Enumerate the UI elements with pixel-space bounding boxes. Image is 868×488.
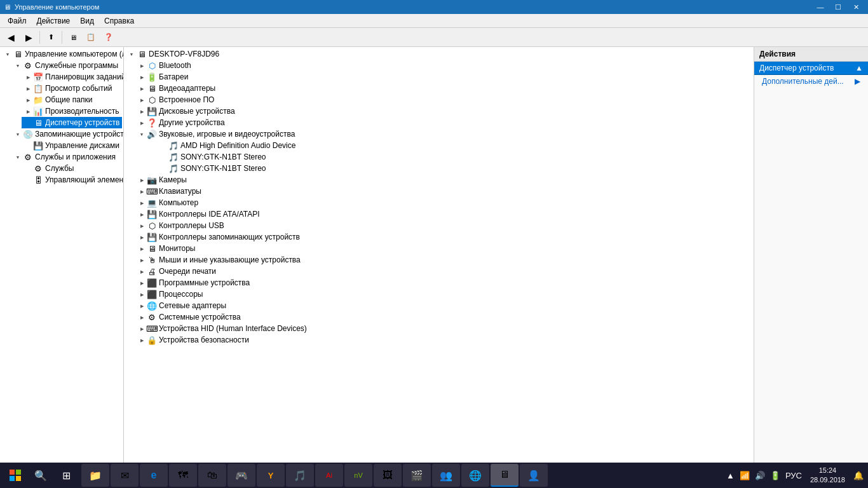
taskbar-app-gpu[interactable]: nV [344, 464, 372, 487]
taskbar-app-games[interactable]: 🎮 [227, 464, 255, 487]
taskbar-app-video[interactable]: 🎬 [403, 464, 431, 487]
search-button[interactable]: 🔍 [28, 463, 53, 488]
no-expand-icon4 [23, 175, 33, 185]
toolbar-separator2 [62, 31, 62, 44]
dev-computer-icon: 🖥 [137, 49, 147, 59]
taskview-button[interactable]: ⊞ [53, 463, 79, 488]
clock[interactable]: 15:24 28.09.2018 [805, 466, 850, 485]
tree-item-storage[interactable]: 💿 Запоминающие устройств [11, 128, 122, 140]
dev-computer[interactable]: 💻 Компьютер [125, 197, 752, 208]
taskbar-app-maps[interactable]: 🗺 [169, 464, 197, 487]
dev-sound[interactable]: 🔊 Звуковые, игровые и видеоустройства [125, 128, 752, 140]
dev-sysdev-label: Системные устройства [159, 313, 241, 322]
toolbar: ◀ ▶ ⬆ 🖥 📋 ❓ [0, 28, 868, 47]
sony1-icon: 🎵 [168, 152, 179, 162]
actions-sub-item[interactable]: Дополнительные дей... ▶ [754, 75, 868, 88]
dev-disk[interactable]: 💾 Дисковые устройства [125, 105, 752, 117]
dev-chevron-right-proc [137, 289, 147, 299]
no-expand-icon [23, 118, 33, 128]
taskbar-app-media[interactable]: 🎵 [286, 464, 314, 487]
dev-usb[interactable]: ⬡ Контроллеры USB [125, 220, 752, 231]
dev-sony2[interactable]: 🎵 SONY:GTK-N1BT Stereo [125, 163, 752, 174]
right-panel: Действия Диспетчер устройств ▲ Дополните… [754, 47, 868, 463]
tray-language[interactable]: РУС [783, 471, 804, 480]
dev-chevron-right-cam [137, 175, 147, 185]
taskbar-app-adobe[interactable]: Ai [315, 464, 343, 487]
tray-notification-icon[interactable]: 🔔 [851, 471, 865, 480]
tray-sound-icon[interactable]: 🔊 [753, 471, 767, 480]
maximize-button[interactable]: ☐ [830, 1, 846, 13]
actions-main-item[interactable]: Диспетчер устройств ▲ [754, 62, 868, 75]
dev-ide[interactable]: 💾 Контроллеры IDE ATA/ATAPI [125, 208, 752, 220]
dev-keyboard[interactable]: ⌨ Клавиатуры [125, 186, 752, 197]
tree-item-ctrl[interactable]: 🎛 Управляющий элемен [22, 174, 122, 186]
dev-security[interactable]: 🔒 Устройства безопасности [125, 334, 752, 346]
tree-label-shared: Общие папки [45, 95, 92, 104]
dev-software[interactable]: ⬛ Программные устройства [125, 277, 752, 288]
dev-chevron-right-ide [137, 209, 147, 219]
tray-network-icon[interactable]: 📶 [738, 471, 752, 480]
taskbar-app-mail[interactable]: ✉ [111, 464, 139, 487]
monitor-icon: 🖥 [147, 243, 157, 254]
menu-action[interactable]: Действие [32, 15, 76, 27]
dev-battery[interactable]: 🔋 Батареи [125, 71, 752, 83]
toolbar-help[interactable]: ❓ [100, 30, 117, 45]
taskbar-app-photo[interactable]: 🖼 [374, 464, 402, 487]
tree-item-shared[interactable]: 📁 Общие папки [22, 94, 122, 105]
tree-item-services[interactable]: ⚙ Служебные программы [11, 60, 122, 71]
toolbar-show-hide[interactable]: 🖥 [65, 30, 81, 45]
minimize-button[interactable]: — [812, 1, 829, 13]
dev-monitor[interactable]: 🖥 Мониторы [125, 243, 752, 254]
taskbar-app-explorer[interactable]: 📁 [81, 464, 109, 487]
taskbar-app-edge[interactable]: e [140, 464, 168, 487]
menu-file[interactable]: Файл [3, 15, 32, 27]
menu-view[interactable]: Вид [75, 15, 99, 27]
toolbar-up[interactable]: ⬆ [43, 30, 59, 45]
dev-storage-ctrl[interactable]: 💾 Контроллеры запоминающих устройств [125, 231, 752, 243]
dev-display[interactable]: 🖥 Видеоадаптеры [125, 83, 752, 94]
tray-expand-icon[interactable]: ▲ [724, 471, 736, 480]
taskbar-app-store[interactable]: 🛍 [198, 464, 226, 487]
tree-item-events[interactable]: 📋 Просмотр событий [22, 83, 122, 94]
dev-mouse[interactable]: 🖱 Мыши и иные указывающие устройства [125, 254, 752, 266]
tree-item-devmgr[interactable]: 🖥 Диспетчер устройств [22, 117, 122, 128]
dev-disk-label: Дисковые устройства [159, 107, 235, 116]
toolbar-forward[interactable]: ▶ [20, 30, 37, 45]
taskbar-app-remote[interactable]: 🌐 [461, 464, 489, 487]
taskbar-app-users[interactable]: 👤 [520, 464, 548, 487]
close-button[interactable]: ✕ [848, 1, 864, 13]
dev-print[interactable]: 🖨 Очереди печати [125, 266, 752, 277]
dev-firmware[interactable]: ⬡ Встроенное ПО [125, 94, 752, 105]
tree-item-svc[interactable]: ⚙ Службы [22, 163, 122, 174]
taskbar-app-yandex[interactable]: Y [257, 464, 285, 487]
dev-bluetooth[interactable]: ⬡ Bluetooth [125, 60, 752, 71]
dev-network-label: Сетевые адаптеры [159, 301, 226, 310]
tree-item-scheduler[interactable]: 📅 Планировщик заданий [22, 71, 122, 83]
dev-chevron-right-disp [137, 83, 147, 93]
start-button[interactable] [3, 463, 28, 488]
dev-camera[interactable]: 📷 Камеры [125, 174, 752, 186]
dev-processor[interactable]: ⬛ Процессоры [125, 288, 752, 300]
left-panel: 🖥 Управление компьютером (л ⚙ Служебные … [0, 47, 124, 463]
tree-item-perf[interactable]: 📊 Производительность [22, 105, 122, 117]
dev-root[interactable]: 🖥 DESKTOP-VF8JD96 [125, 48, 752, 60]
chevron-down-icon4 [13, 152, 23, 162]
tree-item-diskmgmt[interactable]: 💾 Управление дисками [22, 140, 122, 151]
dev-network[interactable]: 🌐 Сетевые адаптеры [125, 300, 752, 311]
security-icon: 🔒 [147, 335, 157, 345]
taskbar-app-compmgmt[interactable]: 🖥 [491, 464, 519, 487]
tree-item-root[interactable]: 🖥 Управление компьютером (л [1, 48, 122, 60]
toolbar-properties[interactable]: 📋 [83, 30, 99, 45]
tree-item-svcapp[interactable]: ⚙ Службы и приложения [11, 151, 122, 163]
dev-sony1[interactable]: 🎵 SONY:GTK-N1BT Stereo [125, 151, 752, 163]
toolbar-back[interactable]: ◀ [3, 30, 19, 45]
tray-battery-icon[interactable]: 🔋 [768, 471, 782, 480]
dev-hid[interactable]: ⌨ Устройства HID (Human Interface Device… [125, 323, 752, 334]
taskbar-app-friends[interactable]: 👥 [432, 464, 460, 487]
dev-other[interactable]: ❓ Другие устройства [125, 117, 752, 128]
menu-help[interactable]: Справка [99, 15, 139, 27]
dev-sysdev[interactable]: ⚙ Системные устройства [125, 311, 752, 323]
system-tray: ▲ 📶 🔊 🔋 РУС 15:24 28.09.2018 🔔 [724, 466, 865, 485]
dev-root-label: DESKTOP-VF8JD96 [149, 50, 219, 58]
dev-amd-audio[interactable]: 🎵 AMD High Definition Audio Device [125, 140, 752, 151]
